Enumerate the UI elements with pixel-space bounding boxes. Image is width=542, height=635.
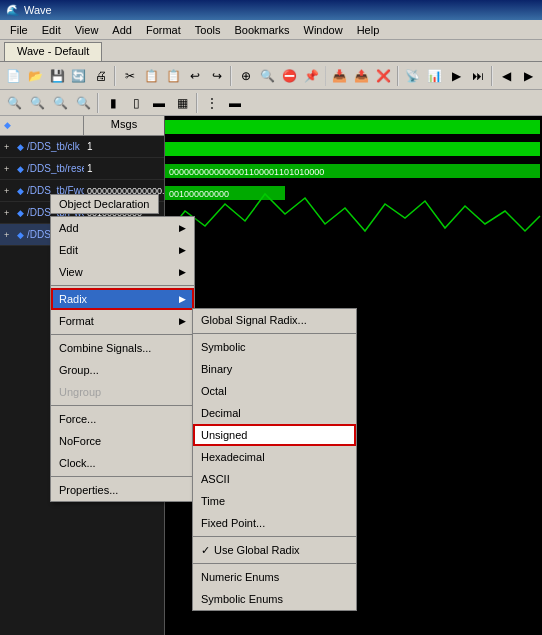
menu-add[interactable]: Add: [106, 23, 138, 37]
ctx-add-arrow: ▶: [179, 223, 186, 233]
toolbar-zoom-in[interactable]: 🔍: [3, 92, 25, 114]
tab-bar: Wave - Default: [0, 40, 542, 62]
toolbar-sep-3: [325, 66, 327, 86]
title-bar-icon: 🌊: [6, 4, 20, 17]
sub-time[interactable]: Time: [193, 490, 356, 512]
radix-submenu: Global Signal Radix... Symbolic Binary O…: [192, 308, 357, 611]
ctx-format-arrow: ▶: [179, 316, 186, 326]
ctx-radix[interactable]: Radix ▶: [51, 288, 194, 310]
toolbar-undo[interactable]: ↩: [185, 65, 206, 87]
menu-format[interactable]: Format: [140, 23, 187, 37]
toolbar-cursor-3[interactable]: ▬: [148, 92, 170, 114]
ctx-sep-1: [51, 285, 194, 286]
toolbar-export[interactable]: 📤: [351, 65, 372, 87]
toolbar2-sep-1: [97, 93, 99, 113]
sub-ascii[interactable]: ASCII: [193, 468, 356, 490]
sub-sep-3: [193, 563, 356, 564]
ctx-view-arrow: ▶: [179, 267, 186, 277]
toolbar2-sep-2: [196, 93, 198, 113]
toolbar-redo[interactable]: ↪: [206, 65, 227, 87]
ctx-force[interactable]: Force...: [51, 408, 194, 430]
wave-default-tab[interactable]: Wave - Default: [4, 42, 102, 61]
toolbar-run-end[interactable]: ⏭: [467, 65, 488, 87]
toolbar-wave-1[interactable]: ⋮: [201, 92, 223, 114]
menu-edit[interactable]: Edit: [36, 23, 67, 37]
ctx-format[interactable]: Format ▶: [51, 310, 194, 332]
toolbar-close[interactable]: ❌: [373, 65, 394, 87]
ctx-clock[interactable]: Clock...: [51, 452, 194, 474]
sub-octal[interactable]: Octal: [193, 380, 356, 402]
toolbar-cursor-1[interactable]: ▮: [102, 92, 124, 114]
toolbar-zoom-fit[interactable]: 🔍: [49, 92, 71, 114]
context-menu-overlay: Object Declaration Add ▶ Edit ▶ View ▶ R…: [0, 116, 542, 635]
sub-numeric-enums[interactable]: Numeric Enums: [193, 566, 356, 588]
menu-bookmarks[interactable]: Bookmarks: [228, 23, 295, 37]
menu-tools[interactable]: Tools: [189, 23, 227, 37]
toolbar-zoom-out[interactable]: 🔍: [26, 92, 48, 114]
ctx-ungroup: Ungroup: [51, 381, 194, 403]
toolbar-sep-5: [491, 66, 493, 86]
toolbar-print[interactable]: 🖨: [90, 65, 111, 87]
sub-symbolic-enums[interactable]: Symbolic Enums: [193, 588, 356, 610]
toolbar-open[interactable]: 📂: [25, 65, 46, 87]
ctx-edit-arrow: ▶: [179, 245, 186, 255]
sub-fixed[interactable]: Fixed Point...: [193, 512, 356, 534]
title-bar: 🌊 Wave: [0, 0, 542, 20]
toolbar-search[interactable]: 🔍: [257, 65, 278, 87]
menu-help[interactable]: Help: [351, 23, 386, 37]
toolbar-1: 📄 📂 💾 🔄 🖨 ✂ 📋 📋 ↩ ↪ ⊕ 🔍 ⛔ 📌 📥 📤 ❌ 📡 📊 ▶ …: [0, 62, 542, 90]
toolbar-back[interactable]: ◀: [496, 65, 517, 87]
object-declaration-label: Object Declaration: [50, 194, 159, 214]
title-bar-title: Wave: [24, 4, 52, 16]
toolbar-run[interactable]: ▶: [446, 65, 467, 87]
sub-sep-1: [193, 333, 356, 334]
ctx-sep-4: [51, 476, 194, 477]
sub-decimal[interactable]: Decimal: [193, 402, 356, 424]
ctx-group[interactable]: Group...: [51, 359, 194, 381]
toolbar-cursor-4[interactable]: ▦: [171, 92, 193, 114]
toolbar-signal[interactable]: 📡: [402, 65, 423, 87]
toolbar-import[interactable]: 📥: [329, 65, 350, 87]
toolbar-sep-4: [397, 66, 399, 86]
menu-file[interactable]: File: [4, 23, 34, 37]
menu-view[interactable]: View: [69, 23, 105, 37]
sub-hexadecimal[interactable]: Hexadecimal: [193, 446, 356, 468]
toolbar-cursor-2[interactable]: ▯: [125, 92, 147, 114]
toolbar-new[interactable]: 📄: [3, 65, 24, 87]
sub-unsigned[interactable]: Unsigned: [193, 424, 356, 446]
menu-bar: File Edit View Add Format Tools Bookmark…: [0, 20, 542, 40]
toolbar-chart[interactable]: 📊: [424, 65, 445, 87]
ctx-sep-2: [51, 334, 194, 335]
ctx-radix-arrow: ▶: [179, 294, 186, 304]
toolbar-save[interactable]: 💾: [47, 65, 68, 87]
toolbar-pin[interactable]: 📌: [301, 65, 322, 87]
sub-use-global[interactable]: ✓ Use Global Radix: [193, 539, 356, 561]
toolbar-2: 🔍 🔍 🔍 🔍 ▮ ▯ ▬ ▦ ⋮ ▬: [0, 90, 542, 116]
check-use-global: ✓: [201, 544, 210, 557]
context-menu: Add ▶ Edit ▶ View ▶ Radix ▶ Format ▶: [50, 216, 195, 502]
toolbar-wave-2[interactable]: ▬: [224, 92, 246, 114]
main-area: ◆ Msgs + ◆ /DDS_tb/clk 1 + ◆ /DDS_tb/res…: [0, 116, 542, 635]
toolbar-copy[interactable]: 📋: [141, 65, 162, 87]
sub-symbolic[interactable]: Symbolic: [193, 336, 356, 358]
toolbar-zoom-full[interactable]: 🔍: [72, 92, 94, 114]
ctx-view[interactable]: View ▶: [51, 261, 194, 283]
ctx-properties[interactable]: Properties...: [51, 479, 194, 501]
sub-binary[interactable]: Binary: [193, 358, 356, 380]
toolbar-fwd[interactable]: ▶: [518, 65, 539, 87]
ctx-noforce[interactable]: NoForce: [51, 430, 194, 452]
toolbar-paste[interactable]: 📋: [163, 65, 184, 87]
ctx-add[interactable]: Add ▶: [51, 217, 194, 239]
sub-sep-2: [193, 536, 356, 537]
ctx-combine[interactable]: Combine Signals...: [51, 337, 194, 359]
toolbar-add[interactable]: ⊕: [235, 65, 256, 87]
toolbar-cut[interactable]: ✂: [119, 65, 140, 87]
toolbar-sep-1: [114, 66, 116, 86]
ctx-edit[interactable]: Edit ▶: [51, 239, 194, 261]
toolbar-refresh[interactable]: 🔄: [69, 65, 90, 87]
ctx-sep-3: [51, 405, 194, 406]
toolbar-sep-2: [230, 66, 232, 86]
toolbar-stop[interactable]: ⛔: [279, 65, 300, 87]
menu-window[interactable]: Window: [298, 23, 349, 37]
sub-global-radix[interactable]: Global Signal Radix...: [193, 309, 356, 331]
